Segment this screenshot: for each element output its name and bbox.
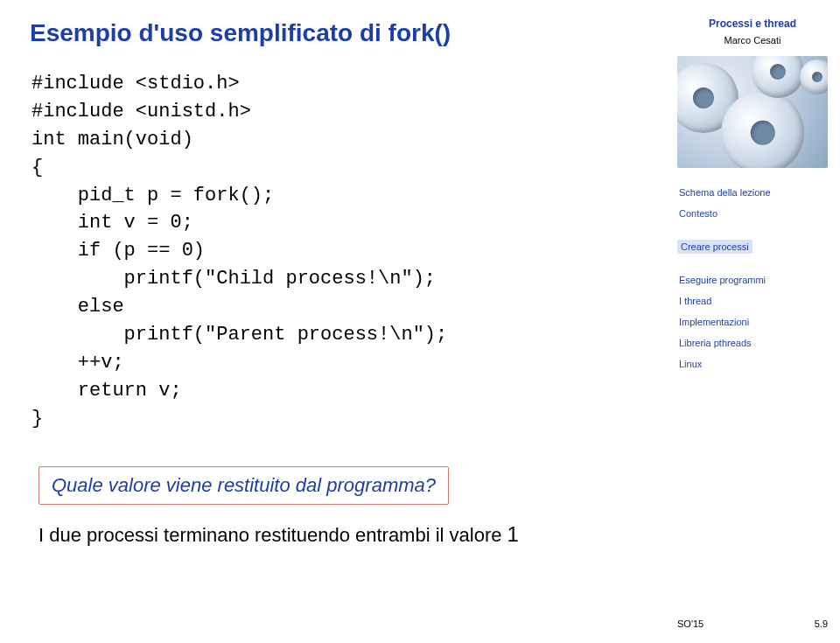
nav-contesto[interactable]: Contesto — [677, 208, 828, 219]
slide-title: Esempio d'uso semplificato di fork() — [30, 19, 635, 47]
nav-implementazioni[interactable]: Implementazioni — [677, 317, 828, 327]
sidebar-author: Marco Cesati — [677, 35, 828, 45]
gear-icon — [721, 91, 804, 168]
question-callout: Quale valore viene restituito dal progra… — [38, 466, 449, 505]
nav-ithread[interactable]: I thread — [677, 296, 828, 306]
nav-creare-processi[interactable]: Creare processi — [677, 240, 752, 254]
nav-linux[interactable]: Linux — [677, 359, 828, 369]
slide: Esempio d'uso semplificato di fork() #in… — [0, 0, 840, 643]
footer-left: SO'15 — [677, 619, 704, 629]
sidebar: Processi e thread Marco Cesati Schema de… — [665, 0, 840, 643]
gear-icon — [800, 59, 828, 94]
conclusion-text: I due processi terminano restituendo ent… — [38, 522, 635, 547]
footer-right: 5.9 — [815, 619, 828, 629]
nav-eseguire[interactable]: Eseguire programmi — [677, 275, 828, 285]
gears-image — [677, 56, 828, 168]
code-block: #include <stdio.h> #include <unistd.h> i… — [32, 70, 635, 433]
conclusion-pre: I due processi terminano restituendo ent… — [38, 524, 508, 546]
nav-schema[interactable]: Schema della lezione — [677, 187, 828, 198]
sidebar-footer: SO'15 5.9 — [677, 619, 828, 629]
main-content: Esempio d'uso semplificato di fork() #in… — [0, 0, 665, 643]
sidebar-header: Processi e thread — [677, 17, 828, 30]
conclusion-value: 1 — [508, 522, 519, 546]
nav-libreria[interactable]: Libreria pthreads — [677, 338, 828, 348]
